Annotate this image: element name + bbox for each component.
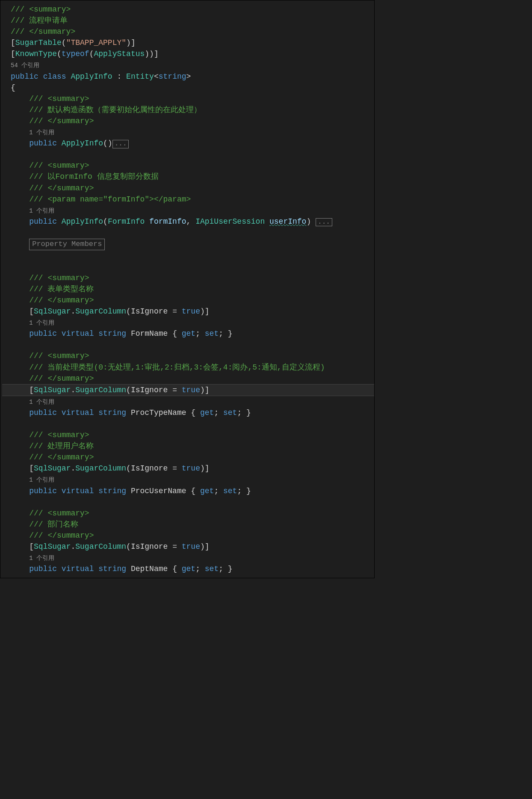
code-line: /// <summary>	[2, 350, 374, 361]
code-line: /// 默认构造函数（需要初始化属性的在此处理）	[2, 104, 374, 115]
code-line: /// <summary>	[2, 429, 374, 441]
code-line: public virtual string ProcTypeName { get…	[2, 407, 374, 418]
code-line: [SqlSugar.SugarColumn(IsIgnore = true)]	[2, 463, 374, 474]
code-line: /// </summary>	[2, 115, 374, 127]
codelens[interactable]: 1 个引用	[2, 127, 374, 138]
code-line: /// 处理用户名称	[2, 441, 374, 452]
code-line: public ApplyInfo()...	[2, 138, 374, 149]
code-line: /// <param name="formInfo"></param>	[2, 194, 374, 205]
attribute-name: SugarTable	[15, 38, 62, 47]
blank-line	[2, 261, 374, 272]
code-line: [SugarTable("TBAPP_APPLY")]	[2, 37, 374, 48]
code-line: public class ApplyInfo : Entity<string>	[2, 71, 374, 82]
code-line: public virtual string FormName { get; se…	[2, 328, 374, 339]
code-line: /// <summary>	[2, 4, 374, 15]
blank-line	[2, 149, 374, 160]
code-line: public virtual string DeptName { get; se…	[2, 563, 374, 574]
code-line: /// <summary>	[2, 508, 374, 519]
code-line: /// </summary>	[2, 373, 374, 384]
blank-line	[2, 227, 374, 238]
code-line-current: [SqlSugar.SugarColumn(IsIgnore = true)]	[2, 384, 374, 396]
code-line: Property Members	[2, 238, 374, 250]
code-line: /// <summary>	[2, 93, 374, 104]
code-line: /// </summary>	[2, 452, 374, 463]
code-line: /// 表单类型名称	[2, 284, 374, 295]
string-literal: "TBAPP_APPLY"	[66, 38, 126, 47]
code-line: /// 流程申请单	[2, 15, 374, 26]
code-line: /// </summary>	[2, 183, 374, 194]
code-line: [KnownType(typeof(ApplyStatus))]	[2, 48, 374, 59]
code-line: /// <summary>	[2, 272, 374, 284]
blank-line	[2, 497, 374, 508]
codelens[interactable]: 1 个引用	[2, 552, 374, 563]
xml-doc-text: /// 流程申请单	[11, 16, 68, 25]
code-line: /// 部门名称	[2, 519, 374, 530]
code-line: /// </summary>	[2, 26, 374, 37]
xml-doc-summary-close: /// </summary>	[11, 27, 75, 36]
codelens[interactable]: 54 个引用	[2, 59, 374, 71]
code-line: public virtual string ProcUserName { get…	[2, 485, 374, 497]
codelens[interactable]: 1 个引用	[2, 474, 374, 485]
code-editor[interactable]: /// <summary> /// 流程申请单 /// </summary> […	[0, 0, 375, 578]
type-ref: ApplyStatus	[94, 50, 145, 58]
code-line: public ApplyInfo(FormInfo formInfo, IApi…	[2, 216, 374, 227]
code-line: /// 以FormInfo 信息复制部分数据	[2, 171, 374, 182]
attribute-name: KnownType	[15, 50, 57, 58]
code-line: [SqlSugar.SugarColumn(IsIgnore = true)]	[2, 541, 374, 552]
code-line: /// 当前处理类型(0:无处理,1:审批,2:归档,3:会签,4:阅办,5:通…	[2, 362, 374, 373]
blank-line	[2, 250, 374, 261]
collapsed-region[interactable]: ...	[316, 218, 332, 227]
code-line: /// </summary>	[2, 530, 374, 541]
keyword-typeof: typeof	[62, 50, 89, 58]
blank-line	[2, 339, 374, 350]
code-line: /// <summary>	[2, 160, 374, 171]
codelens[interactable]: 1 个引用	[2, 205, 374, 216]
code-line: /// </summary>	[2, 295, 374, 306]
param-underlined: userInfo	[269, 217, 306, 226]
collapsed-region[interactable]: ...	[112, 140, 129, 148]
xml-doc-summary-open: /// <summary>	[11, 5, 71, 14]
codelens[interactable]: 1 个引用	[2, 396, 374, 407]
code-line: {	[2, 82, 374, 93]
collapsed-region-label[interactable]: Property Members	[29, 239, 105, 250]
code-line: [SqlSugar.SugarColumn(IsIgnore = true)]	[2, 306, 374, 317]
blank-line	[2, 418, 374, 429]
codelens[interactable]: 1 个引用	[2, 317, 374, 328]
